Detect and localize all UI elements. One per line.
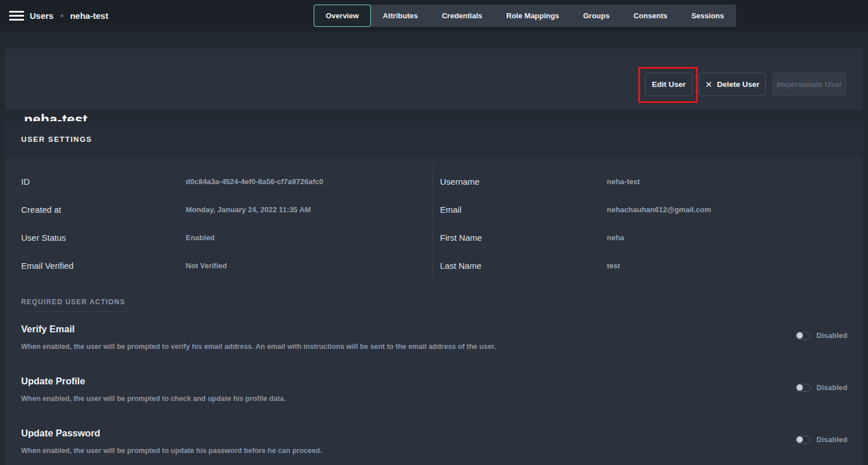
field-label-user-status: User Status (21, 233, 66, 243)
field-label-id: ID (21, 177, 30, 186)
toggle-state-label: Disabled (817, 435, 847, 444)
field-label-created-at: Created at (21, 205, 61, 214)
field-value-user-status: Enabled (186, 233, 215, 242)
field-value-email-verified: Not Verified (186, 261, 227, 270)
x-icon: ✕ (705, 80, 713, 90)
tab-groups[interactable]: Groups (571, 5, 621, 27)
toggle-state-label: Disabled (817, 331, 847, 340)
update-password-toggle[interactable] (795, 436, 811, 444)
field-label-first-name: First Name (440, 233, 482, 243)
tab-credentials[interactable]: Credentials (430, 5, 494, 27)
update-password-toggle-group: Disabled (795, 435, 847, 444)
toggle-knob (797, 384, 803, 391)
breadcrumb: Users neha-test (30, 0, 108, 31)
field-value-created-at: Monday, January 24, 2022 11:35 AM (186, 205, 311, 214)
delete-user-label: Delete User (717, 80, 759, 89)
field-value-last-name: test (607, 261, 620, 270)
action-update-profile: Update Profile When enabled, the user wi… (21, 376, 847, 428)
tab-consents[interactable]: Consents (622, 5, 679, 27)
user-settings-card: USER SETTINGS ID d0c84a3a-4524-4ef0-8a56… (5, 121, 863, 465)
tab-attributes[interactable]: Attributes (371, 5, 430, 27)
breadcrumb-current: neha-test (70, 11, 109, 21)
action-description: When enabled, the user will be prompted … (21, 447, 847, 455)
breadcrumb-users[interactable]: Users (30, 11, 54, 21)
field-label-email: Email (440, 205, 462, 214)
column-divider (433, 164, 433, 283)
action-title: Update Profile (21, 376, 847, 387)
action-title: Update Password (21, 428, 847, 439)
action-description: When enabled, the user will be prompted … (21, 343, 847, 351)
field-value-first-name: neha (607, 233, 624, 242)
action-title: Verify Email (21, 324, 847, 335)
field-label-username: Username (440, 177, 479, 186)
user-header-card: neha-test d0c84a3a-4524-4ef0-8a56-cf7a97… (5, 49, 863, 110)
tab-role-mappings[interactable]: Role Mappings (494, 5, 571, 27)
action-verify-email: Verify Email When enabled, the user will… (21, 324, 847, 376)
required-actions-divider (21, 312, 847, 312)
toggle-knob (797, 436, 803, 443)
breadcrumb-separator-icon (61, 14, 63, 17)
field-value-email: nehachauhan612@gmail.com (607, 205, 711, 214)
user-settings-header: USER SETTINGS (5, 121, 863, 157)
verify-email-toggle[interactable] (795, 332, 811, 340)
field-value-id: d0c84a3a-4524-4ef0-8a56-cf7a9726afc0 (186, 177, 323, 186)
topbar: Users neha-test Overview Attributes Cred… (0, 0, 868, 31)
tab-bar: Overview Attributes Credentials Role Map… (314, 5, 736, 27)
toggle-state-label: Disabled (817, 383, 847, 392)
tab-overview[interactable]: Overview (314, 5, 371, 27)
tab-sessions[interactable]: Sessions (679, 5, 736, 27)
update-profile-toggle[interactable] (795, 384, 811, 392)
verify-email-toggle-group: Disabled (795, 331, 847, 340)
update-profile-toggle-group: Disabled (795, 383, 847, 392)
edit-user-button[interactable]: Edit User (645, 73, 693, 96)
action-description: When enabled, the user will be prompted … (21, 395, 847, 403)
user-settings-title: USER SETTINGS (21, 135, 92, 144)
field-label-last-name: Last Name (440, 261, 482, 271)
action-update-password: Update Password When enabled, the user w… (21, 428, 847, 465)
field-label-email-verified: Email Verified (21, 261, 74, 271)
impersonate-user-button[interactable]: Impersonate User (773, 73, 846, 96)
toggle-knob (797, 332, 803, 339)
delete-user-button[interactable]: ✕ Delete User (699, 73, 766, 96)
menu-icon[interactable] (9, 11, 24, 21)
field-value-username: neha-test (607, 177, 640, 186)
required-actions-title: REQUIRED USER ACTIONS (21, 298, 125, 306)
